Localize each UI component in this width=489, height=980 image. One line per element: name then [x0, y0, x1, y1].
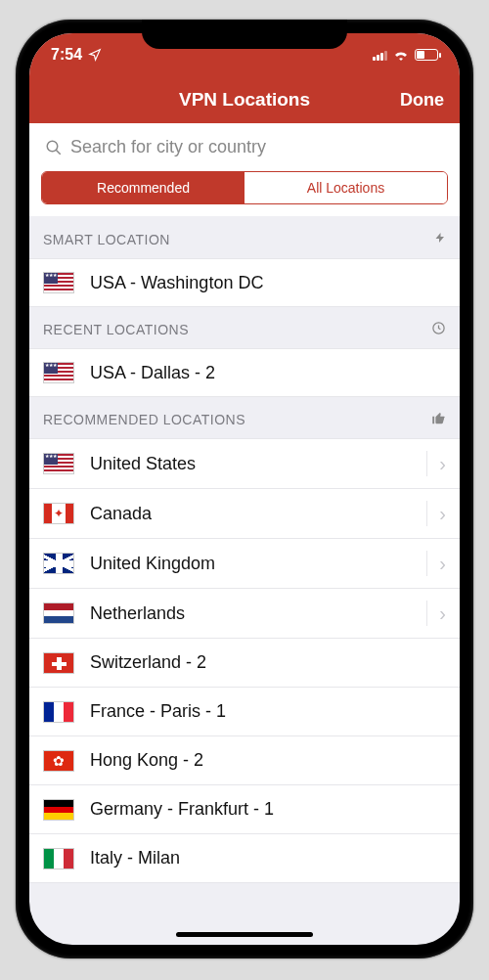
location-label: United Kingdom [90, 554, 411, 574]
search-input[interactable]: Search for city or country [39, 133, 450, 161]
chevron-right-icon: › [426, 551, 446, 576]
status-time: 7:54 [51, 46, 82, 64]
navbar: VPN Locations Done [29, 76, 460, 123]
location-row[interactable]: Italy - Milan [29, 834, 460, 883]
location-row-recent[interactable]: USA - Dallas - 2 [29, 348, 460, 397]
svg-line-1 [56, 150, 61, 155]
chevron-right-icon: › [426, 601, 446, 626]
location-label: France - Paris - 1 [90, 701, 446, 722]
flag-icon-it [43, 848, 74, 869]
location-label: Germany - Frankfurt - 1 [90, 799, 446, 820]
search-icon [45, 139, 63, 156]
done-button[interactable]: Done [400, 90, 444, 111]
search-wrap: Search for city or country [29, 123, 460, 171]
location-row[interactable]: United States › [29, 438, 460, 489]
section-title: SMART LOCATION [43, 232, 170, 247]
chevron-right-icon: › [426, 501, 446, 526]
tab-recommended[interactable]: Recommended [42, 172, 244, 203]
status-right [373, 49, 438, 61]
page-title: VPN Locations [179, 89, 310, 111]
section-title: RECOMMENDED LOCATIONS [43, 412, 245, 427]
wifi-icon [393, 49, 409, 61]
chevron-right-icon: › [426, 451, 446, 476]
flag-icon-hk [43, 750, 74, 772]
flag-icon-fr [43, 701, 74, 723]
location-row[interactable]: United Kingdom › [29, 539, 460, 589]
location-row[interactable]: Hong Kong - 2 [29, 736, 460, 785]
location-row[interactable]: France - Paris - 1 [29, 688, 460, 736]
location-label: Switzerland - 2 [90, 652, 446, 673]
thumbs-up-icon [431, 411, 446, 428]
flag-icon-us [43, 362, 74, 383]
flag-icon-de [43, 799, 74, 821]
segmented-wrap: Recommended All Locations [29, 171, 460, 216]
section-title: RECENT LOCATIONS [43, 322, 189, 337]
flag-icon-uk [43, 553, 74, 574]
battery-icon [415, 49, 438, 61]
flag-icon-ca: ✦ [43, 503, 74, 524]
cellular-signal-icon [373, 50, 387, 61]
clock-icon [431, 321, 446, 338]
location-label: Italy - Milan [90, 848, 446, 869]
notch [142, 20, 347, 49]
flag-icon-us [43, 272, 74, 293]
section-header-smart: SMART LOCATION [29, 216, 460, 258]
location-arrow-icon [88, 48, 102, 62]
flag-icon-us [43, 453, 74, 474]
home-indicator[interactable] [176, 932, 313, 937]
location-row[interactable]: Germany - Frankfurt - 1 [29, 785, 460, 834]
location-row[interactable]: ✦ Canada › [29, 489, 460, 539]
lightning-icon [434, 230, 446, 248]
screen: 7:54 VPN Locations Done Search for city … [29, 33, 460, 945]
phone-frame: 7:54 VPN Locations Done Search for city … [16, 20, 473, 958]
location-label: USA - Washington DC [90, 273, 446, 293]
tab-all-locations[interactable]: All Locations [244, 172, 447, 203]
svg-point-0 [47, 141, 58, 152]
flag-icon-nl [43, 602, 74, 624]
search-placeholder: Search for city or country [70, 137, 266, 157]
location-row[interactable]: Switzerland - 2 [29, 639, 460, 688]
location-row[interactable]: Netherlands › [29, 589, 460, 639]
location-label: Netherlands [90, 603, 411, 624]
location-row-smart[interactable]: USA - Washington DC [29, 258, 460, 307]
flag-icon-ch [43, 652, 74, 674]
location-label: United States [90, 454, 411, 474]
status-left: 7:54 [51, 46, 102, 64]
location-label: USA - Dallas - 2 [90, 363, 446, 383]
section-header-recommended: RECOMMENDED LOCATIONS [29, 397, 460, 438]
segmented-control: Recommended All Locations [41, 171, 448, 204]
section-header-recent: RECENT LOCATIONS [29, 307, 460, 348]
location-label: Canada [90, 504, 411, 524]
location-label: Hong Kong - 2 [90, 750, 446, 771]
